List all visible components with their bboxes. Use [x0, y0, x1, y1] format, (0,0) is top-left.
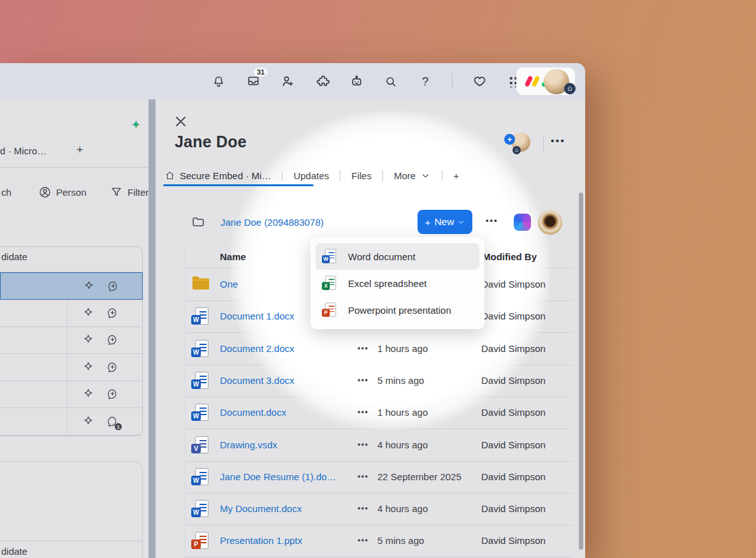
comment-count-badge: 1 — [115, 423, 122, 430]
board-tab-label[interactable]: d · Micro… — [0, 145, 47, 156]
ai-star-icon[interactable] — [82, 388, 95, 401]
inbox-icon[interactable]: 31 — [245, 74, 261, 89]
ai-star-icon[interactable] — [82, 334, 95, 347]
chevron-down-icon — [420, 170, 431, 181]
board-row[interactable]: 1 — [0, 408, 142, 436]
modified-time: 22 September 2025 — [377, 461, 462, 493]
file-name-link[interactable]: Document.docx — [220, 397, 286, 429]
ai-star-icon[interactable] — [82, 360, 95, 374]
menu-item-word[interactable]: WWord document — [316, 243, 479, 270]
row-more-menu[interactable]: ••• — [358, 493, 368, 524]
tab-add[interactable]: + — [442, 170, 470, 181]
user-avatar-coffee[interactable] — [538, 210, 562, 235]
modified-by: David Simpson — [481, 333, 546, 365]
owner-home-badge-icon — [512, 146, 521, 154]
add-comment-bubble-icon[interactable] — [106, 306, 119, 319]
row-more-menu[interactable]: ••• — [358, 525, 368, 555]
add-comment-bubble-icon[interactable] — [106, 334, 119, 347]
help-icon[interactable]: ? — [418, 74, 433, 89]
tab-more[interactable]: More — [383, 170, 442, 181]
menu-item-excel[interactable]: XExcel spreadsheet — [316, 270, 479, 297]
word-file-icon: W — [191, 307, 209, 326]
search-icon[interactable] — [383, 74, 398, 89]
file-row: WDocument 2.docx•••1 hours agoDavid Simp… — [185, 333, 572, 365]
modified-by: David Simpson — [481, 268, 546, 300]
board-row[interactable] — [0, 381, 142, 408]
vertical-scrollbar[interactable] — [579, 193, 583, 550]
files-more-menu[interactable]: ••• — [486, 216, 498, 225]
word-file-icon: W — [191, 339, 209, 358]
board-toolbar: ch Person Filter — [0, 182, 149, 202]
file-name-link[interactable]: Document 2.docx — [220, 333, 294, 365]
file-name-link[interactable]: Document 1.docx — [220, 300, 294, 332]
board-tab-divider — [0, 167, 149, 168]
board-row[interactable] — [0, 300, 142, 327]
favorites-heart-icon[interactable] — [472, 74, 487, 89]
new-button-label: New — [434, 216, 454, 228]
modified-time: 5 mins ago — [377, 365, 424, 397]
active-tab-underline — [163, 184, 314, 186]
board-group2-header: didate — [1, 546, 27, 557]
apps-marketplace-icon[interactable] — [314, 74, 330, 89]
file-name-link[interactable]: Drawing.vsdx — [220, 429, 277, 461]
person-filter-tool[interactable]: Person — [38, 182, 87, 202]
powerpoint-file-icon: P — [322, 302, 337, 318]
row-more-menu[interactable]: ••• — [358, 333, 368, 363]
add-comment-bubble-icon[interactable] — [106, 388, 119, 401]
file-name-link[interactable]: My Document.docx — [220, 493, 302, 525]
copilot-icon[interactable] — [514, 214, 531, 231]
search-tool[interactable]: ch — [1, 182, 11, 202]
row-more-menu[interactable]: ••• — [358, 365, 368, 395]
word-file-icon: W — [322, 249, 337, 265]
panel-resize-divider[interactable] — [149, 99, 156, 558]
menu-item-powerpoint[interactable]: PPowerpoint presentation — [316, 297, 479, 323]
word-file-icon: W — [191, 403, 209, 422]
add-comment-bubble-icon[interactable] — [106, 360, 119, 374]
tab-secure-embed[interactable]: Secure Embed · Mi… — [163, 170, 282, 181]
tab-updates[interactable]: Updates — [282, 170, 340, 181]
tab-files[interactable]: Files — [340, 170, 382, 181]
close-icon[interactable] — [175, 116, 186, 127]
column-header-name[interactable]: Name — [220, 251, 246, 262]
folder-breadcrumb-link[interactable]: Jane Doe (2094883078) — [221, 217, 324, 228]
item-owner-avatar[interactable]: + — [511, 133, 530, 152]
column-header-modified-by[interactable]: Modified By — [483, 251, 537, 262]
item-more-menu[interactable]: ••• — [551, 135, 565, 146]
ai-star-icon[interactable] — [82, 279, 96, 293]
add-board-tab-button[interactable]: + — [76, 143, 84, 157]
board-row[interactable] — [0, 272, 143, 300]
notifications-bell-icon[interactable] — [211, 74, 226, 89]
file-row: WDocument 3.docx•••5 mins agoDavid Simps… — [185, 365, 572, 397]
ai-star-icon[interactable] — [82, 415, 95, 428]
powerpoint-file-icon: P — [191, 531, 209, 550]
row-more-menu[interactable]: ••• — [358, 397, 368, 427]
filter-tool[interactable]: Filter — [110, 182, 149, 202]
add-comment-bubble-icon[interactable] — [106, 279, 120, 293]
word-file-icon: W — [191, 371, 209, 390]
ai-star-icon[interactable] — [82, 306, 95, 319]
modified-by: David Simpson — [481, 365, 546, 397]
file-name-link[interactable]: Jane Doe Resume (1).do… — [220, 461, 337, 493]
invite-members-icon[interactable] — [280, 74, 295, 89]
file-name-link[interactable]: Presentation 1.pptx — [220, 525, 302, 557]
board-group2-container — [0, 461, 143, 558]
assistant-bot-icon[interactable] — [349, 74, 364, 89]
new-button[interactable]: + New — [418, 210, 472, 234]
file-row: VDrawing.vsdx•••4 hours agoDavid Simpson — [185, 429, 572, 462]
board-row[interactable] — [0, 327, 142, 354]
modified-by: David Simpson — [481, 461, 546, 493]
row-more-menu[interactable]: ••• — [358, 461, 368, 492]
row-more-menu[interactable]: ••• — [358, 429, 368, 460]
add-owner-badge[interactable]: + — [504, 134, 515, 145]
folder-icon — [191, 275, 210, 294]
modified-time: 4 hours ago — [377, 493, 428, 525]
comment-bubble-icon[interactable]: 1 — [106, 415, 119, 428]
person-tool-label: Person — [56, 187, 87, 198]
board-row[interactable] — [0, 354, 142, 381]
tab-label: Secure Embed · Mi… — [180, 170, 271, 181]
file-name-link[interactable]: Document 3.docx — [220, 365, 294, 397]
ai-sparkle-icon[interactable] — [129, 117, 143, 131]
modified-by: David Simpson — [481, 397, 546, 429]
file-name-link[interactable]: One — [220, 268, 238, 300]
desktop-background: 31 ? — [0, 0, 756, 558]
